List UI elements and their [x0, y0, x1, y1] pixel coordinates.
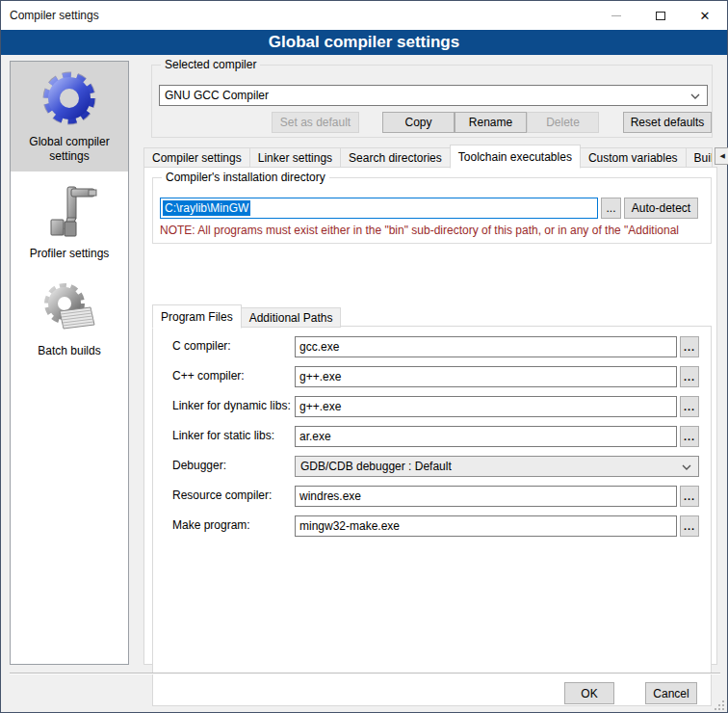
field-label: Linker for static libs:: [172, 429, 274, 442]
static-linker-input[interactable]: [295, 426, 677, 447]
form-row-debugger: Debugger: GDB/CDB debugger : Default: [153, 456, 713, 477]
tab-custom-variables[interactable]: Custom variables: [580, 147, 687, 168]
arrow-left-icon: ◀: [719, 152, 724, 160]
compiler-select[interactable]: GNU GCC Compiler: [159, 85, 708, 106]
toolchain-executables-page: Compiler's installation directory C:\ray…: [143, 167, 717, 665]
installation-directory-input[interactable]: C:\raylib\MinGW: [160, 198, 598, 219]
browse-static-linker-button[interactable]: ...: [680, 426, 699, 447]
rename-button[interactable]: Rename: [455, 112, 527, 133]
browse-dynamic-linker-button[interactable]: ...: [680, 396, 699, 417]
minimize-icon: [611, 15, 621, 16]
settings-tab-bar: Compiler settings Linker settings Search…: [143, 144, 728, 168]
auto-detect-button[interactable]: Auto-detect: [624, 198, 698, 219]
maximize-button[interactable]: [638, 1, 683, 30]
form-row-static-linker: Linker for static libs: ...: [153, 426, 713, 447]
gear-stack-icon: [39, 278, 100, 340]
delete-button[interactable]: Delete: [527, 112, 599, 133]
footer-separator: [10, 673, 720, 674]
sidebar-item-profiler-settings[interactable]: Profiler settings: [11, 173, 128, 269]
tab-toolchain-executables[interactable]: Toolchain executables: [450, 145, 581, 169]
form-row-resource-compiler: Resource compiler: ...: [153, 486, 713, 507]
group-label: Selected compiler: [161, 58, 260, 71]
field-label: Debugger:: [172, 459, 226, 472]
sidebar-item-batch-builds[interactable]: Batch builds: [11, 271, 128, 366]
ok-button[interactable]: OK: [564, 682, 614, 704]
compiler-select-value: GNU GCC Compiler: [165, 89, 269, 102]
titlebar-controls: ✕: [594, 1, 727, 30]
compiler-actions: Set as default Copy Rename Delete Reset …: [152, 112, 714, 133]
browse-resource-compiler-button[interactable]: ...: [680, 486, 699, 507]
group-label: Compiler's installation directory: [162, 171, 329, 184]
form-row-make-program: Make program: ...: [153, 515, 713, 537]
close-button[interactable]: ✕: [683, 1, 727, 30]
form-row-cpp-compiler: C++ compiler: ...: [153, 366, 713, 387]
sidebar-item-label: Global compiler settings: [13, 135, 126, 164]
installation-directory-group: Compiler's installation directory C:\ray…: [152, 177, 712, 244]
close-icon: ✕: [700, 10, 711, 22]
cancel-button[interactable]: Cancel: [645, 682, 697, 704]
debugger-select[interactable]: GDB/CDB debugger : Default: [295, 456, 699, 477]
sidebar-item-global-compiler-settings[interactable]: Global compiler settings: [11, 62, 128, 172]
selected-compiler-group: Selected compiler GNU GCC Compiler Set a…: [151, 65, 713, 138]
tab-build-options-clipped[interactable]: Build: [686, 147, 713, 168]
browse-c-compiler-button[interactable]: ...: [680, 336, 699, 357]
blue-gear-icon: [39, 69, 100, 131]
field-label: Resource compiler:: [172, 489, 272, 502]
copy-button[interactable]: Copy: [382, 112, 455, 133]
minimize-button[interactable]: [594, 1, 638, 30]
tab-program-files[interactable]: Program Files: [152, 304, 242, 329]
sidebar-item-label: Profiler settings: [13, 247, 126, 261]
form-row-c-compiler: C compiler: ...: [153, 336, 713, 357]
title-bar[interactable]: Compiler settings ✕: [1, 1, 727, 30]
field-label: C++ compiler:: [172, 369, 245, 383]
cpp-compiler-input[interactable]: [295, 366, 677, 387]
window-title: Compiler settings: [10, 9, 99, 22]
caliper-icon: [39, 181, 100, 243]
tab-search-directories[interactable]: Search directories: [340, 147, 451, 168]
browse-directory-button[interactable]: ...: [601, 198, 621, 219]
set-as-default-button[interactable]: Set as default: [272, 112, 359, 133]
tab-additional-paths[interactable]: Additional Paths: [241, 307, 342, 328]
chevron-down-icon: [690, 93, 700, 99]
maximize-icon: [656, 12, 665, 20]
field-label: Linker for dynamic libs:: [172, 399, 291, 412]
tab-compiler-settings[interactable]: Compiler settings: [143, 147, 250, 168]
tab-scroll-arrows: ◀ ▶: [715, 147, 728, 165]
chevron-down-icon: [682, 464, 691, 470]
settings-category-list: Global compiler settings Profiler settin…: [10, 61, 129, 665]
selected-text: C:\raylib\MinGW: [163, 200, 250, 216]
dynamic-linker-input[interactable]: [295, 396, 677, 417]
field-label: Make program:: [172, 518, 250, 532]
field-label: C compiler:: [172, 339, 231, 353]
browse-make-program-button[interactable]: ...: [680, 515, 699, 537]
program-files-page: C compiler: ... C++ compiler: ... Linker…: [152, 326, 712, 706]
compiler-settings-window: Compiler settings ✕ Global compiler sett…: [0, 0, 728, 713]
form-row-dynamic-linker: Linker for dynamic libs: ...: [153, 396, 713, 417]
tab-scroll-left-button[interactable]: ◀: [715, 147, 728, 165]
bin-subdirectory-note: NOTE: All programs must exist either in …: [160, 224, 711, 237]
tab-linker-settings[interactable]: Linker settings: [249, 147, 341, 168]
dialog-client-area: Global compiler settings Profiler settin…: [1, 55, 727, 712]
sidebar-item-label: Batch builds: [13, 344, 126, 358]
debugger-select-value: GDB/CDB debugger : Default: [300, 460, 452, 473]
browse-cpp-compiler-button[interactable]: ...: [680, 366, 699, 387]
c-compiler-input[interactable]: [295, 336, 677, 357]
dialog-header: Global compiler settings: [1, 30, 727, 55]
program-files-tab-bar: Program Files Additional Paths: [152, 304, 340, 328]
resource-compiler-input[interactable]: [295, 486, 677, 507]
reset-defaults-button[interactable]: Reset defaults: [623, 112, 712, 133]
make-program-input[interactable]: [295, 515, 677, 537]
resize-grip[interactable]: [715, 700, 724, 710]
